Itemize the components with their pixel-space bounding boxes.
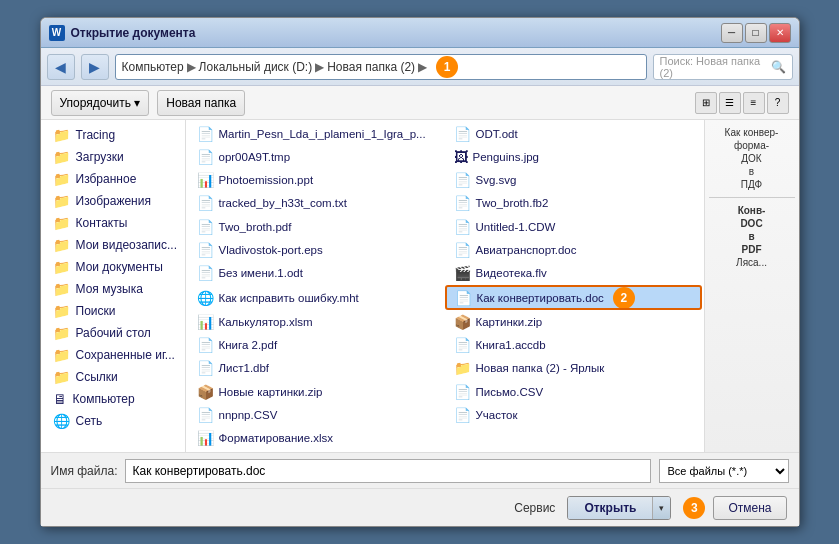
file-item[interactable]: 📄Книга1.accdb	[445, 334, 702, 357]
folder-icon: 📁	[53, 281, 70, 297]
file-item[interactable]: 📄Svg.svg	[445, 169, 702, 192]
sidebar-label: Tracing	[76, 128, 116, 142]
breadcrumb-arrow2: ▶	[315, 60, 324, 74]
cancel-button[interactable]: Отмена	[713, 496, 786, 520]
file-item[interactable]: 📄tracked_by_h33t_com.txt	[188, 192, 445, 215]
file-name: Участок	[476, 409, 518, 421]
forward-button[interactable]: ▶	[81, 54, 109, 80]
open-dropdown-button[interactable]: ▾	[652, 497, 670, 519]
search-box[interactable]: Поиск: Новая папка (2) 🔍	[653, 54, 793, 80]
breadcrumb-part1: Компьютер	[122, 60, 184, 74]
service-label: Сервис	[514, 501, 555, 515]
file-icon: 📊	[197, 430, 214, 446]
file-item[interactable]: 📄Untitled-1.CDW	[445, 215, 702, 238]
sidebar-item-documents[interactable]: 📁Мои документы	[41, 256, 185, 278]
file-item[interactable]: 📄Авиатранспорт.doc	[445, 238, 702, 261]
file-item[interactable]: 📊Калькулятор.xlsm	[188, 310, 445, 333]
file-item[interactable]: 📄Книга 2.pdf	[188, 334, 445, 357]
file-item[interactable]: 📦Картинки.zip	[445, 310, 702, 333]
file-item[interactable]: 🎬Видеотека.flv	[445, 262, 702, 285]
sidebar-item-network[interactable]: 🌐Сеть	[41, 410, 185, 432]
file-item[interactable]: 📦Новые картинки.zip	[188, 380, 445, 403]
file-item[interactable]: 📄ODT.odt	[445, 122, 702, 145]
search-placeholder: Поиск: Новая папка (2)	[660, 55, 767, 79]
file-item[interactable]: 📄Участок	[445, 403, 702, 426]
folder-icon: 📁	[53, 127, 70, 143]
organize-button[interactable]: Упорядочить ▾	[51, 90, 150, 116]
file-item[interactable]: 📄Лист1.dbf	[188, 357, 445, 380]
folder-icon: 📁	[53, 325, 70, 341]
sidebar-item-desktop[interactable]: 📁Рабочий стол	[41, 322, 185, 344]
file-icon: 📦	[197, 384, 214, 400]
close-button[interactable]: ✕	[769, 23, 791, 43]
sidebar-item-images[interactable]: 📁Изображения	[41, 190, 185, 212]
right-divider	[709, 197, 795, 198]
file-name: Untitled-1.CDW	[476, 221, 556, 233]
file-item[interactable]: 📄opr00A9T.tmp	[188, 145, 445, 168]
open-document-dialog: W Открытие документа ─ □ ✕ ◀ ▶ Компьютер…	[40, 17, 800, 527]
folder-icon: 📁	[53, 259, 70, 275]
sidebar-label: Сохраненные иг...	[76, 348, 175, 362]
file-item[interactable]: 📄nnpnp.CSV	[188, 403, 445, 426]
file-item[interactable]: 📊Photoemission.ppt	[188, 169, 445, 192]
sidebar-item-links[interactable]: 📁Ссылки	[41, 366, 185, 388]
file-icon: 🌐	[197, 290, 214, 306]
file-item[interactable]: 🖼Penguins.jpg	[445, 145, 702, 168]
action-bar: Сервис Открыть ▾ 3 Отмена	[41, 488, 799, 526]
file-item[interactable]: 🌐Как исправить ошибку.mht	[188, 285, 445, 310]
file-name: Как исправить ошибку.mht	[219, 292, 359, 304]
address-bar[interactable]: Компьютер ▶ Локальный диск (D:) ▶ Новая …	[115, 54, 647, 80]
view-options: ⊞ ☰ ≡ ?	[695, 92, 789, 114]
file-item[interactable]: 📄Two_broth.fb2	[445, 192, 702, 215]
file-icon: 📄	[454, 195, 471, 211]
folder-icon: 📁	[53, 149, 70, 165]
file-icon: 📄	[454, 384, 471, 400]
sidebar-item-tracing[interactable]: 📁Tracing	[41, 124, 185, 146]
file-area: 📄Martin_Pesn_Lda_i_plameni_1_Igra_p...📄O…	[186, 120, 704, 452]
view-details-button[interactable]: ≡	[743, 92, 765, 114]
file-name: Как конвертировать.doc	[477, 292, 604, 304]
folder-icon: 📁	[53, 171, 70, 187]
file-item[interactable]: 📄Письмо.CSV	[445, 380, 702, 403]
sidebar-item-computer[interactable]: 🖥Компьютер	[41, 388, 185, 410]
sidebar-label: Поиски	[76, 304, 116, 318]
filetype-select[interactable]: Все файлы (*.*)	[659, 459, 789, 483]
filename-input[interactable]	[125, 459, 650, 483]
sidebar-item-music[interactable]: 📁Моя музыка	[41, 278, 185, 300]
breadcrumb-arrow3: ▶	[418, 60, 427, 74]
secondary-toolbar: Упорядочить ▾ Новая папка ⊞ ☰ ≡ ?	[41, 86, 799, 120]
file-item[interactable]: 📊Форматирование.xlsx	[188, 427, 445, 450]
right-panel-text1: Как конвер- форма- ДОК в ПДФ	[709, 126, 795, 191]
sidebar-item-downloads[interactable]: 📁Загрузки	[41, 146, 185, 168]
sidebar-item-contacts[interactable]: 📁Контакты	[41, 212, 185, 234]
help-button[interactable]: ?	[767, 92, 789, 114]
back-button[interactable]: ◀	[47, 54, 75, 80]
sidebar-label: Рабочий стол	[76, 326, 151, 340]
file-item[interactable]: 📄Vladivostok-port.eps	[188, 238, 445, 261]
sidebar-item-saved_games[interactable]: 📁Сохраненные иг...	[41, 344, 185, 366]
sidebar-item-searches[interactable]: 📁Поиски	[41, 300, 185, 322]
sidebar-item-videos[interactable]: 📁Мои видеозапис...	[41, 234, 185, 256]
file-name: Svg.svg	[476, 174, 517, 186]
maximize-button[interactable]: □	[745, 23, 767, 43]
title-bar: W Открытие документа ─ □ ✕	[41, 18, 799, 48]
view-grid-button[interactable]: ⊞	[695, 92, 717, 114]
open-button[interactable]: Открыть	[568, 497, 652, 519]
file-item[interactable]: 📄Как конвертировать.doc2	[445, 285, 702, 310]
new-folder-button[interactable]: Новая папка	[157, 90, 245, 116]
file-item[interactable]: 📁Новая папка (2) - Ярлык	[445, 357, 702, 380]
minimize-button[interactable]: ─	[721, 23, 743, 43]
file-item[interactable]: 📄Two_broth.pdf	[188, 215, 445, 238]
file-item[interactable]: 📄Без имени.1.odt	[188, 262, 445, 285]
file-name: Penguins.jpg	[473, 151, 540, 163]
breadcrumb-part3: Новая папка (2)	[327, 60, 415, 74]
file-name: Vladivostok-port.eps	[219, 244, 323, 256]
folder-icon: 📁	[53, 347, 70, 363]
file-item[interactable]: 📄Martin_Pesn_Lda_i_plameni_1_Igra_p...	[188, 122, 445, 145]
view-list-button[interactable]: ☰	[719, 92, 741, 114]
file-name: Форматирование.xlsx	[219, 432, 334, 444]
folder-icon: 🖥	[53, 391, 67, 407]
file-icon: 📄	[455, 290, 472, 306]
file-name: Martin_Pesn_Lda_i_plameni_1_Igra_p...	[219, 128, 426, 140]
sidebar-item-favorites[interactable]: 📁Избранное	[41, 168, 185, 190]
